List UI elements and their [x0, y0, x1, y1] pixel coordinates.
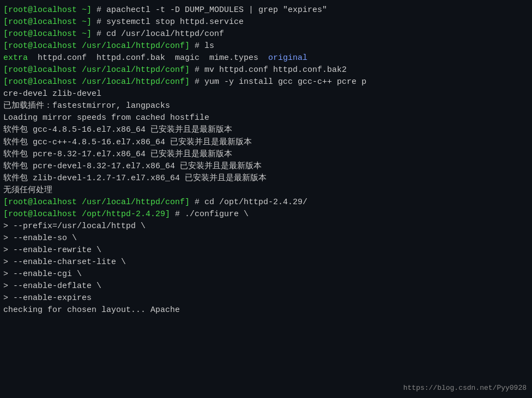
terminal-line: [root@localhost /usr/local/httpd/conf] #…	[3, 64, 529, 76]
terminal-config-line: > --enable-charset-lite \	[3, 256, 529, 268]
terminal-line-continuation: cre-devel zlib-devel	[3, 88, 529, 100]
terminal-config-line: > --enable-deflate \	[3, 280, 529, 292]
terminal-line: [root@localhost /opt/httpd-2.4.29] # ./c…	[3, 209, 529, 221]
terminal-line: [root@localhost /usr/local/httpd/conf] #…	[3, 197, 529, 209]
terminal-output-line: 软件包 pcre-devel-8.32-17.el7.x86_64 已安装并且是…	[3, 161, 529, 173]
terminal-output-line: Loading mirror speeds from cached hostfi…	[3, 112, 529, 124]
terminal-line: [root@localhost /usr/local/httpd/conf] #…	[3, 76, 529, 88]
terminal-config-line: > --enable-rewrite \	[3, 244, 529, 256]
terminal-output-line: 无须任何处理	[3, 185, 529, 197]
terminal-config-line: > --enable-cgi \	[3, 268, 529, 280]
terminal-config-line-last: > --enable-expires	[3, 292, 529, 304]
terminal-output-line: 软件包 gcc-4.8.5-16.el7.x86_64 已安装并且是最新版本	[3, 124, 529, 136]
prompt: [root@localhost ~]	[3, 5, 92, 15]
terminal-output-line: 软件包 pcre-8.32-17.el7.x86_64 已安装并且是最新版本	[3, 149, 529, 161]
terminal-output-line: 软件包 zlib-devel-1.2.7-17.el7.x86_64 已安装并且…	[3, 173, 529, 185]
terminal-line-ls: extra httpd.conf httpd.conf.bak magic mi…	[3, 52, 529, 64]
terminal-line: [root@localhost ~] # systemctl stop http…	[3, 16, 529, 28]
watermark-text: https://blog.csdn.net/Pyy0928	[403, 383, 527, 394]
terminal-output-line: 软件包 gcc-c++-4.8.5-16.el7.x86_64 已安装并且是最新…	[3, 137, 529, 149]
terminal-line: [root@localhost /usr/local/httpd/conf] #…	[3, 40, 529, 52]
terminal-output-line-last: checking for chosen layout... Apache	[3, 304, 529, 316]
terminal-line: [root@localhost ~] # cd /usr/local/httpd…	[3, 28, 529, 40]
terminal-config-line: > --prefix=/usr/local/httpd \	[3, 221, 529, 232]
terminal-window: [root@localhost ~] # apachectl -t -D DUM…	[0, 0, 532, 398]
terminal-config-line: > --enable-so \	[3, 232, 529, 244]
terminal-output-line: 已加载插件：fastestmirror, langpacks	[3, 100, 529, 112]
terminal-line: [root@localhost ~] # apachectl -t -D DUM…	[3, 4, 529, 16]
